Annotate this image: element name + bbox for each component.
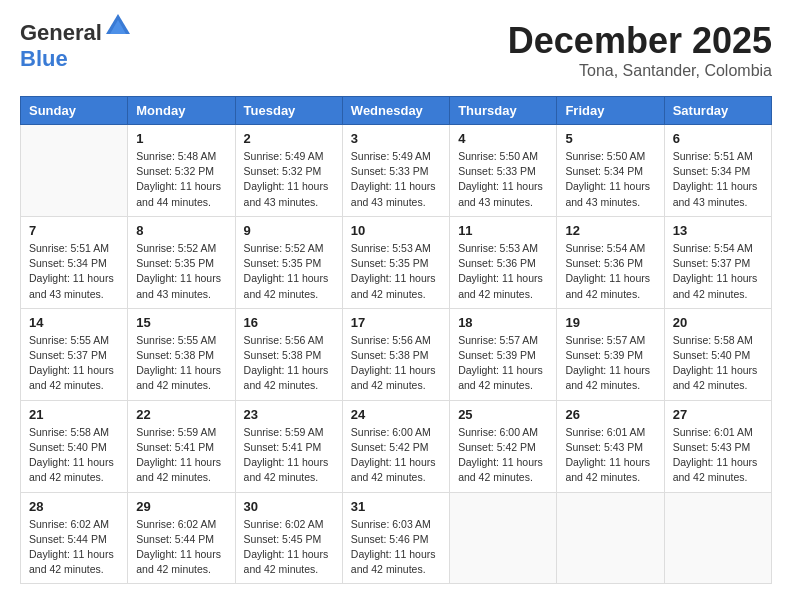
- calendar-week-row: 7Sunrise: 5:51 AMSunset: 5:34 PMDaylight…: [21, 216, 772, 308]
- day-info: Sunrise: 5:56 AMSunset: 5:38 PMDaylight:…: [244, 333, 334, 394]
- day-info: Sunrise: 5:58 AMSunset: 5:40 PMDaylight:…: [29, 425, 119, 486]
- calendar-cell: 10Sunrise: 5:53 AMSunset: 5:35 PMDayligh…: [342, 216, 449, 308]
- day-number: 9: [244, 223, 334, 238]
- col-header-saturday: Saturday: [664, 97, 771, 125]
- day-number: 18: [458, 315, 548, 330]
- day-number: 7: [29, 223, 119, 238]
- day-number: 4: [458, 131, 548, 146]
- calendar-cell: 16Sunrise: 5:56 AMSunset: 5:38 PMDayligh…: [235, 308, 342, 400]
- calendar-cell: 23Sunrise: 5:59 AMSunset: 5:41 PMDayligh…: [235, 400, 342, 492]
- day-info: Sunrise: 5:59 AMSunset: 5:41 PMDaylight:…: [136, 425, 226, 486]
- day-info: Sunrise: 6:01 AMSunset: 5:43 PMDaylight:…: [565, 425, 655, 486]
- calendar-cell: [557, 492, 664, 584]
- day-info: Sunrise: 5:56 AMSunset: 5:38 PMDaylight:…: [351, 333, 441, 394]
- day-info: Sunrise: 5:53 AMSunset: 5:35 PMDaylight:…: [351, 241, 441, 302]
- day-info: Sunrise: 6:02 AMSunset: 5:44 PMDaylight:…: [136, 517, 226, 578]
- page-header: General Blue December 2025 Tona, Santand…: [20, 20, 772, 80]
- calendar-cell: 20Sunrise: 5:58 AMSunset: 5:40 PMDayligh…: [664, 308, 771, 400]
- col-header-thursday: Thursday: [450, 97, 557, 125]
- day-number: 19: [565, 315, 655, 330]
- day-number: 11: [458, 223, 548, 238]
- day-info: Sunrise: 5:52 AMSunset: 5:35 PMDaylight:…: [244, 241, 334, 302]
- day-info: Sunrise: 5:48 AMSunset: 5:32 PMDaylight:…: [136, 149, 226, 210]
- calendar-cell: 24Sunrise: 6:00 AMSunset: 5:42 PMDayligh…: [342, 400, 449, 492]
- day-info: Sunrise: 5:58 AMSunset: 5:40 PMDaylight:…: [673, 333, 763, 394]
- day-info: Sunrise: 6:00 AMSunset: 5:42 PMDaylight:…: [351, 425, 441, 486]
- calendar-cell: 6Sunrise: 5:51 AMSunset: 5:34 PMDaylight…: [664, 125, 771, 217]
- day-info: Sunrise: 5:54 AMSunset: 5:37 PMDaylight:…: [673, 241, 763, 302]
- day-number: 22: [136, 407, 226, 422]
- day-number: 12: [565, 223, 655, 238]
- calendar-cell: 4Sunrise: 5:50 AMSunset: 5:33 PMDaylight…: [450, 125, 557, 217]
- calendar-cell: 26Sunrise: 6:01 AMSunset: 5:43 PMDayligh…: [557, 400, 664, 492]
- calendar-header-row: SundayMondayTuesdayWednesdayThursdayFrid…: [21, 97, 772, 125]
- day-number: 31: [351, 499, 441, 514]
- day-number: 14: [29, 315, 119, 330]
- day-info: Sunrise: 5:57 AMSunset: 5:39 PMDaylight:…: [458, 333, 548, 394]
- day-number: 3: [351, 131, 441, 146]
- calendar-week-row: 14Sunrise: 5:55 AMSunset: 5:37 PMDayligh…: [21, 308, 772, 400]
- calendar-cell: 17Sunrise: 5:56 AMSunset: 5:38 PMDayligh…: [342, 308, 449, 400]
- day-number: 10: [351, 223, 441, 238]
- calendar-cell: 5Sunrise: 5:50 AMSunset: 5:34 PMDaylight…: [557, 125, 664, 217]
- day-info: Sunrise: 5:50 AMSunset: 5:33 PMDaylight:…: [458, 149, 548, 210]
- logo-general-text: General: [20, 20, 102, 45]
- calendar-cell: 29Sunrise: 6:02 AMSunset: 5:44 PMDayligh…: [128, 492, 235, 584]
- day-info: Sunrise: 5:54 AMSunset: 5:36 PMDaylight:…: [565, 241, 655, 302]
- calendar-cell: 3Sunrise: 5:49 AMSunset: 5:33 PMDaylight…: [342, 125, 449, 217]
- calendar-cell: 22Sunrise: 5:59 AMSunset: 5:41 PMDayligh…: [128, 400, 235, 492]
- day-info: Sunrise: 5:50 AMSunset: 5:34 PMDaylight:…: [565, 149, 655, 210]
- day-info: Sunrise: 5:59 AMSunset: 5:41 PMDaylight:…: [244, 425, 334, 486]
- day-info: Sunrise: 6:03 AMSunset: 5:46 PMDaylight:…: [351, 517, 441, 578]
- day-number: 30: [244, 499, 334, 514]
- day-info: Sunrise: 6:01 AMSunset: 5:43 PMDaylight:…: [673, 425, 763, 486]
- day-info: Sunrise: 5:57 AMSunset: 5:39 PMDaylight:…: [565, 333, 655, 394]
- day-number: 20: [673, 315, 763, 330]
- main-title: December 2025: [508, 20, 772, 62]
- calendar-cell: 1Sunrise: 5:48 AMSunset: 5:32 PMDaylight…: [128, 125, 235, 217]
- day-info: Sunrise: 5:52 AMSunset: 5:35 PMDaylight:…: [136, 241, 226, 302]
- col-header-sunday: Sunday: [21, 97, 128, 125]
- calendar-cell: 9Sunrise: 5:52 AMSunset: 5:35 PMDaylight…: [235, 216, 342, 308]
- day-number: 15: [136, 315, 226, 330]
- calendar-cell: [664, 492, 771, 584]
- logo-blue-text: Blue: [20, 46, 68, 71]
- calendar-week-row: 1Sunrise: 5:48 AMSunset: 5:32 PMDaylight…: [21, 125, 772, 217]
- day-info: Sunrise: 5:55 AMSunset: 5:37 PMDaylight:…: [29, 333, 119, 394]
- day-info: Sunrise: 5:51 AMSunset: 5:34 PMDaylight:…: [673, 149, 763, 210]
- calendar-cell: [21, 125, 128, 217]
- day-info: Sunrise: 6:02 AMSunset: 5:44 PMDaylight:…: [29, 517, 119, 578]
- day-info: Sunrise: 5:53 AMSunset: 5:36 PMDaylight:…: [458, 241, 548, 302]
- calendar-cell: 11Sunrise: 5:53 AMSunset: 5:36 PMDayligh…: [450, 216, 557, 308]
- day-number: 2: [244, 131, 334, 146]
- col-header-friday: Friday: [557, 97, 664, 125]
- sub-title: Tona, Santander, Colombia: [508, 62, 772, 80]
- day-number: 26: [565, 407, 655, 422]
- calendar-cell: 12Sunrise: 5:54 AMSunset: 5:36 PMDayligh…: [557, 216, 664, 308]
- calendar-cell: 18Sunrise: 5:57 AMSunset: 5:39 PMDayligh…: [450, 308, 557, 400]
- day-number: 27: [673, 407, 763, 422]
- day-number: 13: [673, 223, 763, 238]
- title-block: December 2025 Tona, Santander, Colombia: [508, 20, 772, 80]
- day-number: 16: [244, 315, 334, 330]
- calendar-cell: 27Sunrise: 6:01 AMSunset: 5:43 PMDayligh…: [664, 400, 771, 492]
- day-number: 21: [29, 407, 119, 422]
- calendar-cell: 15Sunrise: 5:55 AMSunset: 5:38 PMDayligh…: [128, 308, 235, 400]
- logo-icon: [104, 12, 132, 40]
- calendar-cell: 7Sunrise: 5:51 AMSunset: 5:34 PMDaylight…: [21, 216, 128, 308]
- calendar-cell: 21Sunrise: 5:58 AMSunset: 5:40 PMDayligh…: [21, 400, 128, 492]
- calendar-cell: 28Sunrise: 6:02 AMSunset: 5:44 PMDayligh…: [21, 492, 128, 584]
- logo: General Blue: [20, 20, 132, 72]
- calendar-week-row: 28Sunrise: 6:02 AMSunset: 5:44 PMDayligh…: [21, 492, 772, 584]
- day-number: 29: [136, 499, 226, 514]
- calendar-table: SundayMondayTuesdayWednesdayThursdayFrid…: [20, 96, 772, 584]
- day-number: 1: [136, 131, 226, 146]
- day-number: 5: [565, 131, 655, 146]
- calendar-cell: 25Sunrise: 6:00 AMSunset: 5:42 PMDayligh…: [450, 400, 557, 492]
- calendar-cell: 13Sunrise: 5:54 AMSunset: 5:37 PMDayligh…: [664, 216, 771, 308]
- calendar-cell: [450, 492, 557, 584]
- col-header-monday: Monday: [128, 97, 235, 125]
- calendar-cell: 2Sunrise: 5:49 AMSunset: 5:32 PMDaylight…: [235, 125, 342, 217]
- day-info: Sunrise: 6:02 AMSunset: 5:45 PMDaylight:…: [244, 517, 334, 578]
- day-number: 25: [458, 407, 548, 422]
